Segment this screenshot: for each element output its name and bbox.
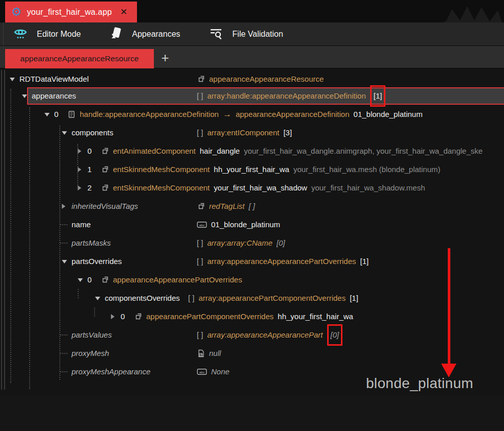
row-inheritedvisualtags[interactable]: inheritedVisualTagsredTagList[ ] xyxy=(0,197,504,216)
tree-row-label: 2 xyxy=(87,179,91,197)
tree-connector xyxy=(60,224,67,225)
tree-row-value: abcNone xyxy=(197,363,230,381)
row-partsoverrides-0[interactable]: 0appearanceAppearancePartOverrides xyxy=(0,271,504,289)
value-segment: [ ] xyxy=(197,326,203,344)
expander-collapse-icon[interactable] xyxy=(78,278,83,282)
toolbar-item-appearances[interactable]: Appearances xyxy=(109,26,180,42)
row-appearance-0[interactable]: 0handle:appearanceAppearanceDefinition→a… xyxy=(0,105,504,124)
close-icon[interactable]: ✕ xyxy=(120,7,127,17)
value-segment: [ ] xyxy=(197,87,203,105)
tree-row-label: name xyxy=(72,216,91,234)
tree-row-label: proxyMeshAppearance xyxy=(72,363,150,381)
document-tab[interactable]: ⚙ your_first_hair_wa.app ✕ xyxy=(5,2,137,22)
value-segment: your_first_hair_wa_shadow.mesh xyxy=(311,179,425,197)
expander-collapse-icon[interactable] xyxy=(62,131,67,135)
expander-expand-icon[interactable] xyxy=(111,314,114,319)
tree-row-label: appearances xyxy=(32,87,76,105)
value-segment: [ ] xyxy=(197,234,203,252)
toolbar-item-editor-mode[interactable]: Editor Mode xyxy=(13,26,81,42)
tree-row-value: appearanceAppearanceResource xyxy=(197,70,324,88)
row-component-0[interactable]: 0entAnimatedComponenthair_dangleyour_fir… xyxy=(0,142,504,160)
tree-row-value: abc01_blonde_platinum xyxy=(197,216,280,234)
value-segment: array:appearanceAppearancePartOverrides xyxy=(208,252,356,271)
row-name[interactable]: nameabc01_blonde_platinum xyxy=(0,216,504,234)
expander-collapse-icon[interactable] xyxy=(62,260,67,264)
value-segment: array:appearancePartComponentOverrides xyxy=(199,289,346,307)
value-segment: [1] xyxy=(350,289,358,307)
tree-row-label: 0 xyxy=(121,307,125,326)
row-partsoverrides[interactable]: partsOverrides[ ]array:appearanceAppeara… xyxy=(0,252,504,271)
subtab-bar: appearanceAppearanceResource + xyxy=(0,46,504,68)
row-components[interactable]: components[ ]array:entIComponent[3] xyxy=(0,124,504,142)
class-icon xyxy=(197,202,205,210)
eye-icon xyxy=(13,26,28,42)
value-segment: [ ] xyxy=(197,252,203,271)
expander-expand-icon[interactable] xyxy=(78,185,81,190)
tree-row-label: 0 xyxy=(87,271,91,289)
value-segment: array:entIComponent xyxy=(208,124,280,142)
value-segment: entSkinnedMeshComponent xyxy=(113,160,210,179)
annotation-big-label: blonde_platinum xyxy=(366,375,473,392)
panel-scrollbar-line[interactable] xyxy=(4,70,5,390)
row-componentsoverrides-0[interactable]: 0appearancePartComponentOverrideshh_your… xyxy=(0,307,504,326)
row-rdtdataviewmodel[interactable]: RDTDataViewModelappearanceAppearanceReso… xyxy=(0,70,504,88)
toolbar-item-file-validation[interactable]: File Validation xyxy=(209,26,283,42)
value-segment: hair_dangle xyxy=(200,142,240,160)
row-partsvalues[interactable]: partsValues[ ]array:appearanceAppearance… xyxy=(0,326,504,344)
value-segment: [ ] xyxy=(188,289,195,307)
indent-guide xyxy=(29,107,30,389)
value-segment: array:appearanceAppearancePart xyxy=(208,326,323,344)
class-icon xyxy=(101,184,109,192)
indent-guide xyxy=(78,289,79,298)
expander-collapse-icon[interactable] xyxy=(95,297,100,300)
filter-search-icon xyxy=(209,26,223,42)
value-segment: entSkinnedMeshComponent xyxy=(113,179,210,197)
row-component-2[interactable]: 2entSkinnedMeshComponentyour_first_hair_… xyxy=(0,179,504,197)
tree-row-value: appearanceAppearancePartOverrides xyxy=(101,271,242,289)
tree-row-label: 1 xyxy=(87,160,91,179)
data-view-tree: RDTDataViewModelappearanceAppearanceReso… xyxy=(0,68,504,395)
tree-row-label: inheritedVisualTags xyxy=(72,197,138,216)
value-segment: appearanceAppearanceResource xyxy=(209,70,324,88)
expander-expand-icon[interactable] xyxy=(78,167,81,172)
value-segment: 01_blonde_platinum xyxy=(354,105,423,124)
add-tab-button[interactable]: + xyxy=(155,48,175,67)
gear-icon: ⚙ xyxy=(11,6,22,18)
expander-collapse-icon[interactable] xyxy=(22,94,27,98)
tree-row-label: componentsOverrides xyxy=(105,289,180,307)
tree-row-value: [ ]array:appearanceAppearancePart[0] xyxy=(197,326,342,344)
tree-row-value: entSkinnedMeshComponentyour_first_hair_w… xyxy=(101,179,425,197)
class-icon xyxy=(134,313,142,321)
annotation-boxed-value: [1] xyxy=(370,85,386,107)
expander-collapse-icon[interactable] xyxy=(10,78,15,81)
value-segment: handle:appearanceAppearanceDefinition xyxy=(80,105,219,124)
toolbar-item-label: File Validation xyxy=(233,30,283,39)
panel-scrollbar-line[interactable] xyxy=(1,70,2,390)
row-proxymesh[interactable]: proxyMeshnull xyxy=(0,344,504,363)
tree-connector xyxy=(60,334,67,336)
tree-connector xyxy=(60,371,67,372)
abc-icon: abc xyxy=(197,368,207,376)
indent-guide xyxy=(94,307,95,317)
subtab-appearance-resource[interactable]: appearanceAppearanceResource xyxy=(5,49,154,68)
value-segment: array:handle:appearanceAppearanceDefinit… xyxy=(208,87,366,105)
tree-connector xyxy=(60,243,67,244)
value-segment: [1] xyxy=(360,252,369,271)
tree-row-value: redTagList[ ] xyxy=(197,197,255,216)
expander-expand-icon[interactable] xyxy=(78,149,81,154)
tree-row-label: 0 xyxy=(54,105,58,124)
expander-expand-icon[interactable] xyxy=(62,204,65,209)
row-partsmasks[interactable]: partsMasks[ ]array:array:CName[0] xyxy=(0,234,504,252)
tree-row-value: handle:appearanceAppearanceDefinition→ap… xyxy=(67,105,423,124)
value-segment: hh_your_first_hair_wa xyxy=(214,160,289,179)
tree-connector xyxy=(60,353,67,354)
tree-row-label: partsValues xyxy=(72,326,112,344)
indent-guide xyxy=(59,126,60,380)
value-segment: → xyxy=(223,105,232,124)
expander-collapse-icon[interactable] xyxy=(44,113,50,116)
tree-row-label: partsOverrides xyxy=(72,252,122,271)
handle-icon xyxy=(67,110,76,118)
row-appearances[interactable]: appearances[ ]array:handle:appearanceApp… xyxy=(0,87,504,105)
row-componentsoverrides[interactable]: componentsOverrides[ ]array:appearancePa… xyxy=(0,289,504,307)
row-component-1[interactable]: 1entSkinnedMeshComponenthh_your_first_ha… xyxy=(0,160,504,179)
